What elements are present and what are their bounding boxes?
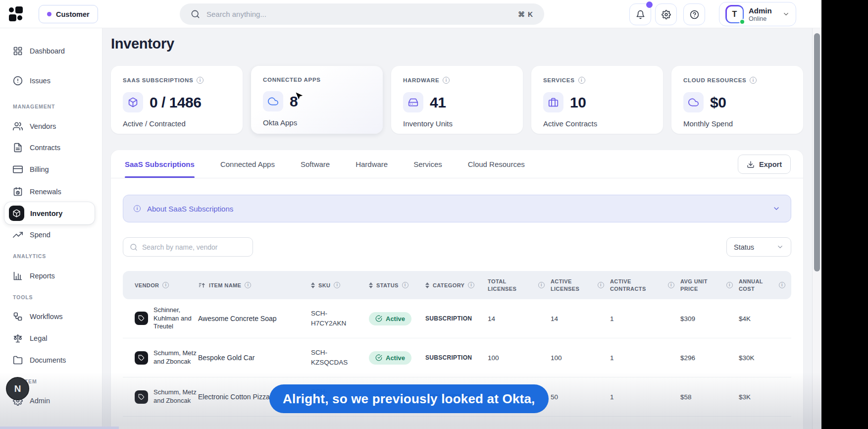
- folder-icon: [13, 355, 23, 365]
- workspace-status-dot: [47, 12, 51, 16]
- table-search[interactable]: [123, 237, 253, 257]
- search-icon: [130, 243, 138, 251]
- item-name: Bespoke Gold Car: [198, 354, 311, 362]
- tab-bar: SaaS Subscriptions Connected Apps Softwa…: [111, 150, 803, 178]
- workspace-selector[interactable]: Customer: [39, 5, 98, 23]
- sidebar-item-documents[interactable]: Documents: [0, 353, 102, 368]
- sidebar-item-contracts[interactable]: Contracts: [0, 140, 102, 155]
- sidebar-label: Issues: [30, 77, 51, 85]
- column-header-avg-unit-price[interactable]: AVG UNIT PRICE: [680, 278, 739, 293]
- app-logo-icon[interactable]: [8, 6, 24, 22]
- sidebar-item-vendors[interactable]: Vendors: [0, 119, 102, 134]
- sidebar-item-billing[interactable]: Billing: [0, 162, 102, 177]
- stat-card-saas-subscriptions[interactable]: SAAS SUBSCRIPTIONS 0 / 1486 Active / Con…: [111, 66, 243, 134]
- info-icon[interactable]: [668, 282, 674, 288]
- table-row[interactable]: Schumm, Metz and Zboncak Bespoke Gold Ca…: [123, 338, 791, 377]
- hard-drive-icon: [403, 92, 423, 112]
- table-search-input[interactable]: [142, 243, 246, 251]
- recorder-avatar[interactable]: N: [6, 377, 29, 400]
- export-button[interactable]: Export: [738, 155, 791, 174]
- about-banner[interactable]: About SaaS Subscriptions: [123, 195, 791, 222]
- column-header-status[interactable]: STATUS: [369, 282, 425, 288]
- annual-cost-value: $3K: [739, 393, 791, 401]
- main-content: Inventory SAAS SUBSCRIPTIONS 0 / 1486 Ac…: [102, 28, 812, 429]
- sidebar-label: Dashboard: [30, 47, 65, 55]
- info-icon[interactable]: [402, 282, 408, 288]
- column-header-total-licenses[interactable]: TOTAL LICENSES: [488, 278, 551, 293]
- stat-value: 41: [430, 94, 446, 111]
- sidebar-item-legal[interactable]: Legal: [0, 331, 102, 346]
- active-licenses-value: 50: [551, 393, 610, 401]
- filter-row: Status: [123, 237, 791, 257]
- column-header-annual-cost[interactable]: ANNUAL COST: [739, 278, 791, 293]
- column-header-vendor[interactable]: VENDOR: [123, 282, 198, 288]
- sidebar-item-dashboard[interactable]: Dashboard: [0, 44, 102, 58]
- column-header-active-licenses[interactable]: ACTIVE LICENSES: [551, 278, 610, 293]
- info-icon[interactable]: [245, 282, 251, 288]
- sidebar-item-reports[interactable]: Reports: [0, 268, 102, 283]
- category-value: SUBSCRIPTION: [425, 315, 488, 322]
- sidebar-item-renewals[interactable]: Renewals: [0, 184, 102, 199]
- cloud-icon: [683, 92, 704, 112]
- avg-unit-price-value: $58: [680, 393, 739, 401]
- subtitle-caption: Alright, so we previously looked at Okta…: [269, 384, 549, 413]
- sidebar-item-spend[interactable]: Spend: [0, 227, 102, 242]
- stat-card-cloud-resources[interactable]: CLOUD RESOURCES $0 Monthly Spend: [671, 66, 803, 134]
- info-icon[interactable]: [468, 282, 474, 288]
- info-icon[interactable]: [443, 77, 450, 84]
- total-licenses-value: 100: [488, 354, 551, 362]
- info-icon[interactable]: [578, 77, 585, 84]
- user-menu[interactable]: T Admin Online: [719, 2, 796, 26]
- sidebar-label: Admin: [30, 397, 50, 405]
- trending-up-icon: [13, 230, 23, 240]
- info-icon[interactable]: [538, 282, 545, 288]
- settings-button[interactable]: [655, 3, 677, 25]
- sidebar-item-inventory[interactable]: Inventory: [4, 202, 95, 224]
- column-header-category[interactable]: CATEGORY: [425, 282, 488, 288]
- info-icon[interactable]: [334, 282, 340, 288]
- tab-hardware[interactable]: Hardware: [356, 150, 388, 178]
- tab-connected-apps[interactable]: Connected Apps: [220, 150, 275, 178]
- category-value: SUBSCRIPTION: [425, 354, 488, 361]
- vendor-tag-icon: [135, 351, 148, 365]
- inventory-icon: [9, 206, 24, 221]
- tab-services[interactable]: Services: [413, 150, 442, 178]
- global-search-input[interactable]: [206, 10, 511, 18]
- status-filter-dropdown[interactable]: Status: [726, 237, 791, 257]
- online-status-dot: [739, 19, 745, 25]
- tab-software[interactable]: Software: [301, 150, 330, 178]
- column-header-item-name[interactable]: ITEM NAME: [198, 281, 311, 289]
- help-button[interactable]: [683, 3, 705, 25]
- info-icon[interactable]: [750, 77, 757, 84]
- vertical-scrollbar[interactable]: [812, 28, 821, 429]
- scrollbar-thumb[interactable]: [814, 33, 820, 271]
- stat-card-hardware[interactable]: HARDWARE 41 Inventory Units: [391, 66, 523, 134]
- column-header-active-contracts[interactable]: ACTIVE CONTRACTS: [610, 278, 680, 293]
- info-icon[interactable]: [162, 282, 169, 288]
- tab-cloud-resources[interactable]: Cloud Resources: [468, 150, 525, 178]
- info-icon[interactable]: [726, 282, 733, 288]
- notifications-button[interactable]: [629, 3, 651, 25]
- sidebar-item-workflows[interactable]: Workflows: [0, 309, 102, 324]
- dashboard-icon: [13, 46, 23, 56]
- global-search[interactable]: ⌘ K: [180, 3, 544, 25]
- sidebar-label: Contracts: [30, 144, 60, 152]
- table-row[interactable]: Schinner, Kuhlman and Treutel Awesome Co…: [123, 299, 791, 338]
- sidebar-item-issues[interactable]: Issues: [0, 73, 102, 88]
- annual-cost-value: $4K: [739, 315, 791, 322]
- stat-card-connected-apps[interactable]: CONNECTED APPS 8 Okta Apps: [251, 66, 383, 134]
- users-icon: [13, 121, 23, 131]
- column-header-sku[interactable]: SKU: [311, 282, 369, 288]
- info-icon[interactable]: [779, 282, 785, 288]
- vendor-tag-icon: [135, 312, 148, 325]
- chevron-down-icon[interactable]: [772, 205, 780, 213]
- sku-value: SCH-H7CY2AKN: [311, 309, 355, 328]
- gear-icon: [662, 10, 671, 19]
- tab-saas-subscriptions[interactable]: SaaS Subscriptions: [125, 150, 195, 178]
- info-icon[interactable]: [598, 282, 604, 288]
- download-icon: [747, 161, 755, 168]
- info-icon[interactable]: [197, 77, 204, 84]
- stat-card-services[interactable]: SERVICES 10 Active Contracts: [531, 66, 663, 134]
- table-row[interactable]: Schumm, Metz and Zboncak Electronic Marb…: [123, 417, 791, 429]
- sidebar-section-tools: TOOLS: [13, 294, 33, 300]
